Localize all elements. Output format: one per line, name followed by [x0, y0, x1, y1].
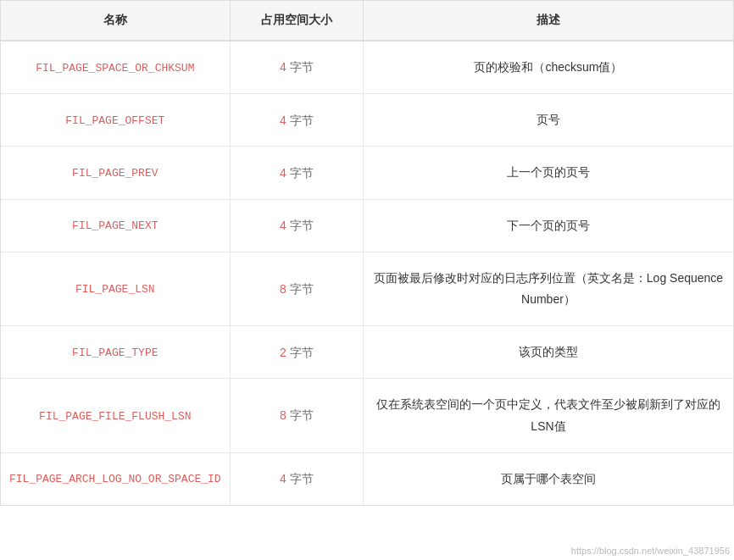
- table-row: FIL_PAGE_SPACE_OR_CHKSUM4 字节页的校验和（checks…: [1, 41, 733, 94]
- field-name-cell: FIL_PAGE_ARCH_LOG_NO_OR_SPACE_ID: [1, 452, 230, 505]
- field-size-cell: 8 字节: [230, 379, 363, 452]
- field-name-cell: FIL_PAGE_NEXT: [1, 199, 230, 252]
- field-name-text: FIL_PAGE_SPACE_OR_CHKSUM: [36, 62, 194, 75]
- data-table: 名称 占用空间大小 描述 FIL_PAGE_SPACE_OR_CHKSUM4 字…: [1, 1, 733, 505]
- table-row: FIL_PAGE_TYPE2 字节该页的类型: [1, 326, 733, 379]
- table-header-row: 名称 占用空间大小 描述: [1, 1, 733, 41]
- table-row: FIL_PAGE_PREV4 字节上一个页的页号: [1, 147, 733, 199]
- field-name-text: FIL_PAGE_LSN: [75, 283, 155, 296]
- field-size-number: 8: [280, 282, 286, 296]
- header-name: 名称: [1, 1, 230, 41]
- header-desc: 描述: [363, 1, 733, 41]
- field-desc-cell: 下一个页的页号: [363, 199, 733, 252]
- field-desc-cell: 仅在系统表空间的一个页中定义，代表文件至少被刷新到了对应的LSN值: [363, 379, 733, 452]
- main-table-container: 名称 占用空间大小 描述 FIL_PAGE_SPACE_OR_CHKSUM4 字…: [0, 0, 734, 506]
- field-size-cell: 4 字节: [230, 94, 363, 147]
- field-size-number: 4: [280, 219, 286, 232]
- field-name-text: FIL_PAGE_NEXT: [72, 219, 158, 232]
- table-row: FIL_PAGE_ARCH_LOG_NO_OR_SPACE_ID4 字节页属于哪…: [1, 452, 733, 505]
- table-row: FIL_PAGE_FILE_FLUSH_LSN8 字节仅在系统表空间的一个页中定…: [1, 379, 733, 452]
- field-size-number: 4: [280, 166, 286, 180]
- field-size-cell: 4 字节: [230, 147, 363, 199]
- field-name-cell: FIL_PAGE_LSN: [1, 252, 230, 325]
- table-row: FIL_PAGE_OFFSET4 字节页号: [1, 94, 733, 147]
- field-desc-cell: 该页的类型: [363, 326, 733, 379]
- field-size-cell: 8 字节: [230, 252, 363, 325]
- field-size-cell: 4 字节: [230, 199, 363, 252]
- table-row: FIL_PAGE_NEXT4 字节下一个页的页号: [1, 199, 733, 252]
- table-row: FIL_PAGE_LSN8 字节页面被最后修改时对应的日志序列位置（英文名是：L…: [1, 252, 733, 325]
- field-size-number: 2: [280, 346, 286, 359]
- field-desc-cell: 页属于哪个表空间: [363, 452, 733, 505]
- field-desc-cell: 页号: [363, 94, 733, 147]
- field-size-number: 4: [280, 472, 286, 485]
- field-name-cell: FIL_PAGE_SPACE_OR_CHKSUM: [1, 41, 230, 94]
- field-size-number: 4: [280, 114, 286, 127]
- field-name-text: FIL_PAGE_FILE_FLUSH_LSN: [39, 410, 191, 423]
- field-desc-cell: 上一个页的页号: [363, 147, 733, 199]
- field-name-text: FIL_PAGE_OFFSET: [65, 114, 164, 127]
- field-name-text: FIL_PAGE_TYPE: [72, 347, 158, 359]
- field-size-cell: 4 字节: [230, 41, 363, 94]
- field-desc-cell: 页的校验和（checksum值）: [363, 41, 733, 94]
- field-name-text: FIL_PAGE_ARCH_LOG_NO_OR_SPACE_ID: [9, 473, 221, 485]
- field-name-cell: FIL_PAGE_TYPE: [1, 326, 230, 379]
- field-size-cell: 2 字节: [230, 326, 363, 379]
- field-name-text: FIL_PAGE_PREV: [72, 167, 158, 180]
- field-name-cell: FIL_PAGE_OFFSET: [1, 94, 230, 147]
- field-size-number: 4: [280, 60, 286, 74]
- header-size: 占用空间大小: [230, 1, 363, 41]
- field-name-cell: FIL_PAGE_PREV: [1, 147, 230, 199]
- field-name-cell: FIL_PAGE_FILE_FLUSH_LSN: [1, 379, 230, 452]
- field-size-cell: 4 字节: [230, 452, 363, 505]
- field-size-number: 8: [280, 408, 286, 422]
- field-desc-cell: 页面被最后修改时对应的日志序列位置（英文名是：Log Sequence Numb…: [363, 252, 733, 325]
